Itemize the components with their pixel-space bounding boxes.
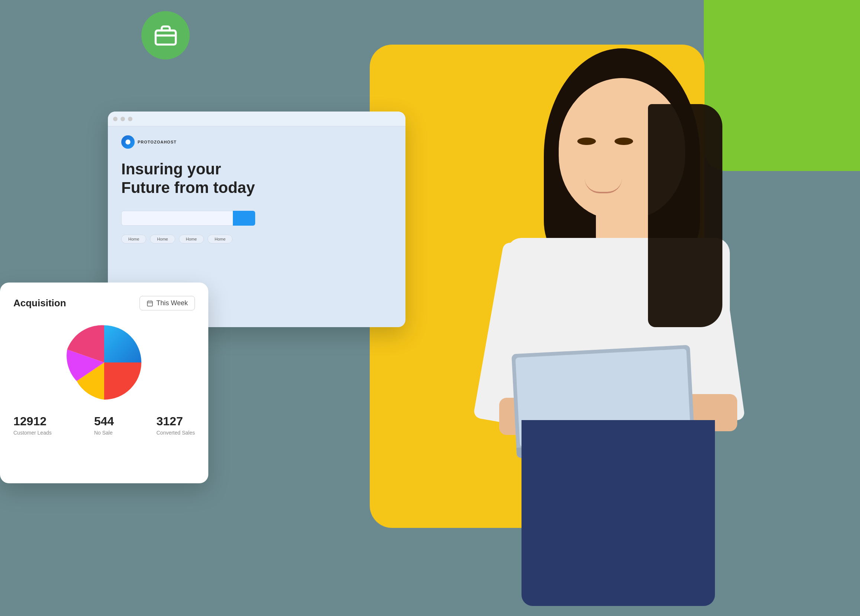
stat-converted-sales: 3127 Converted Sales [156,414,195,436]
stat-label-1: No Sale [94,430,114,436]
nav-pill-3[interactable]: Home [179,235,204,243]
calendar-icon [147,300,153,307]
search-input[interactable] [121,211,233,226]
pie-chart [63,321,145,403]
nav-pill-1[interactable]: Home [121,235,146,243]
nav-pill-2[interactable]: Home [150,235,175,243]
nav-pills-row: Home Home Home Home [121,235,392,243]
svg-rect-4 [148,301,153,306]
svg-point-3 [126,140,130,144]
stat-no-sale: 544 No Sale [94,414,114,436]
search-button[interactable] [233,211,255,226]
acquisition-header: Acquisition This Week [13,296,195,310]
person-eye-right [615,138,633,145]
this-week-label: This Week [156,299,188,307]
brand-logo: PROTOZOAHOST [121,135,392,149]
stats-row: 12912 Customer Leads 544 No Sale 3127 Co… [13,414,195,436]
stat-value-1: 544 [94,414,114,428]
svg-rect-0 [155,30,176,44]
pie-chart-svg [63,321,145,403]
brand-logo-icon [121,135,135,149]
nav-pill-4[interactable]: Home [207,235,232,243]
person-hair-right [648,104,722,327]
window-dot-1 [113,117,118,121]
stat-label-0: Customer Leads [13,430,52,436]
stat-label-2: Converted Sales [156,430,195,436]
stat-value-2: 3127 [156,414,195,428]
hero-title: Insuring your Future from today [121,160,392,197]
stat-customer-leads: 12912 Customer Leads [13,414,52,436]
browser-titlebar [108,111,405,126]
stat-value-0: 12912 [13,414,52,428]
pie-segment-blue [104,325,141,362]
person-eye-left [577,138,596,145]
pie-segment-red [104,362,141,400]
acquisition-title: Acquisition [13,298,66,309]
window-dot-3 [128,117,132,121]
briefcase-icon [154,24,178,48]
person-area [440,30,830,587]
window-dot-2 [121,117,125,121]
this-week-button[interactable]: This Week [140,296,195,310]
person-jeans [521,420,715,606]
brand-name: PROTOZOAHOST [138,140,177,144]
search-row [121,211,255,226]
briefcase-circle-icon [141,11,190,60]
acquisition-card: Acquisition This Week [0,282,208,483]
